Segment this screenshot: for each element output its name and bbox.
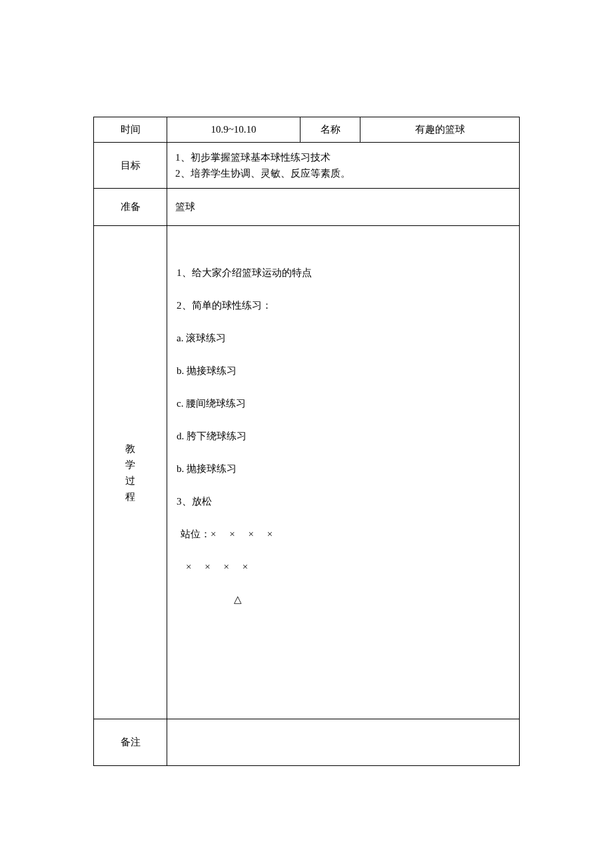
process-line-3: a. 滚球练习 (177, 331, 510, 345)
process-line-6: d. 胯下绕球练习 (177, 429, 510, 443)
process-label-char-3: 过 (94, 473, 167, 489)
lesson-plan-table: 时间 10.9~10.10 名称 有趣的篮球 目标 1、初步掌握篮球基本球性练习… (93, 117, 520, 766)
process-label: 教 学 过 程 (94, 226, 167, 719)
notes-value (167, 719, 520, 766)
prep-row: 准备 篮球 (94, 189, 520, 226)
time-value: 10.9~10.10 (167, 117, 301, 143)
name-value: 有趣的篮球 (360, 117, 520, 143)
notes-label: 备注 (94, 719, 167, 766)
process-label-char-1: 教 (94, 441, 167, 457)
formation-row-2: × × × × (177, 560, 510, 574)
goals-label: 目标 (94, 143, 167, 189)
formation-row-3: △ (177, 593, 510, 607)
header-row: 时间 10.9~10.10 名称 有趣的篮球 (94, 117, 520, 143)
formation-row-1: 站位：× × × × (177, 527, 510, 541)
goal-line-2: 2、培养学生协调、灵敏、反应等素质。 (175, 165, 511, 181)
prep-label: 准备 (94, 189, 167, 226)
goal-line-1: 1、初步掌握篮球基本球性练习技术 (175, 149, 511, 165)
process-line-2: 2、简单的球性练习： (177, 299, 510, 313)
time-label: 时间 (94, 117, 167, 143)
goals-content: 1、初步掌握篮球基本球性练习技术 2、培养学生协调、灵敏、反应等素质。 (167, 143, 520, 189)
notes-row: 备注 (94, 719, 520, 766)
process-label-char-2: 学 (94, 457, 167, 473)
process-line-4: b. 抛接球练习 (177, 364, 510, 378)
process-row: 教 学 过 程 1、给大家介绍篮球运动的特点 2、简单的球性练习： a. 滚球练… (94, 226, 520, 719)
prep-value: 篮球 (167, 189, 520, 226)
process-line-8: 3、放松 (177, 495, 510, 509)
goals-row: 目标 1、初步掌握篮球基本球性练习技术 2、培养学生协调、灵敏、反应等素质。 (94, 143, 520, 189)
process-line-5: c. 腰间绕球练习 (177, 397, 510, 411)
process-line-7: b. 抛接球练习 (177, 462, 510, 476)
process-content: 1、给大家介绍篮球运动的特点 2、简单的球性练习： a. 滚球练习 b. 抛接球… (167, 226, 520, 719)
name-label: 名称 (301, 117, 360, 143)
process-line-1: 1、给大家介绍篮球运动的特点 (177, 266, 510, 280)
process-label-char-4: 程 (94, 489, 167, 505)
